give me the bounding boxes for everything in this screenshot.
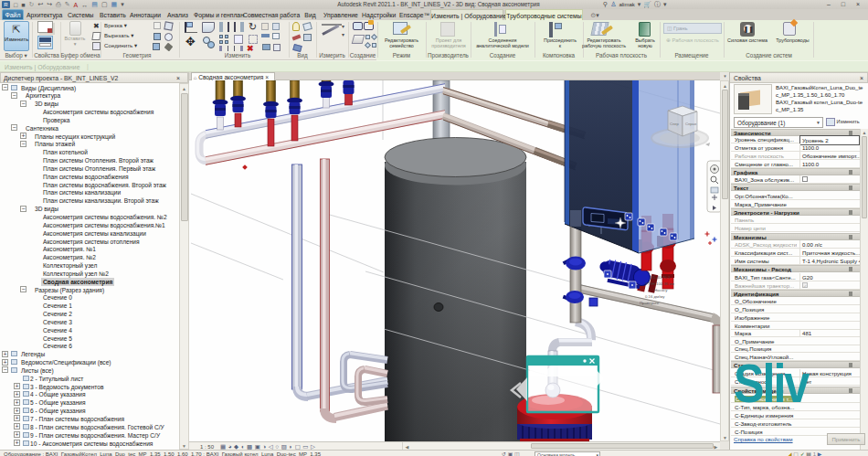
- svg-text:Спер: Спер: [670, 122, 680, 126]
- svg-text:Справ: Справ: [685, 122, 697, 126]
- svg-text:Насосу: Насосу: [654, 288, 668, 292]
- svg-text:УТ8Н 100.36 им: УТ8Н 100.36 им: [645, 281, 674, 286]
- svg-text:Проверьте: Проверьте: [640, 301, 660, 305]
- svg-text:П1-40/70-2: П1-40/70-2: [651, 275, 671, 280]
- svg-text:0.16 дм/му: 0.16 дм/му: [645, 294, 665, 299]
